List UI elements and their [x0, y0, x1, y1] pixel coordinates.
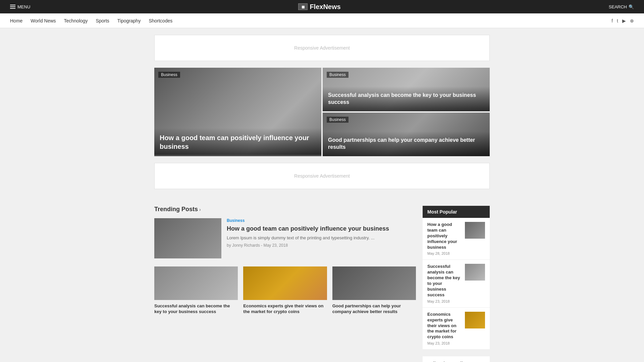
- popular-item-2-thumb: [465, 264, 485, 281]
- trending-title-text: Trending Posts: [154, 206, 198, 213]
- featured-post-excerpt: Lorem Ipsum is simply dummy text of the …: [227, 235, 416, 240]
- small-post-1[interactable]: Successful analysis can become the key t…: [154, 266, 238, 315]
- popular-item-2[interactable]: Successful analysis can become the key t…: [423, 260, 490, 307]
- hero-overlay-bottom-right: Good partnerships can help your company …: [323, 131, 490, 156]
- menu-label: MENU: [17, 4, 30, 9]
- featured-trending-post[interactable]: Business How a good team can positively …: [154, 218, 416, 258]
- search-button[interactable]: SEARCH 🔍: [609, 4, 634, 9]
- hamburger-icon: [10, 5, 15, 9]
- featured-post-date: May 23, 2018: [263, 243, 288, 248]
- bottom-grid: Trending Posts › Business How a good tea…: [148, 206, 496, 362]
- ad-banner-bottom: Responsive Advertisement: [154, 163, 490, 189]
- hero-item-large[interactable]: Business How a good team can positively …: [154, 68, 321, 156]
- facebook-icon[interactable]: f: [611, 18, 613, 23]
- popular-item-2-title: Successful analysis can become the key t…: [427, 264, 462, 298]
- hero-item-bottom-right[interactable]: Business Good partnerships can help your…: [323, 113, 490, 156]
- small-post-title-3: Good partnerships can help your company …: [332, 303, 416, 315]
- hero-category-top-right: Business: [327, 72, 348, 78]
- popular-item-3-text: Economics experts give their views on th…: [427, 312, 462, 345]
- popular-item-2-date: May 23, 2018: [427, 299, 462, 303]
- search-icon: 🔍: [629, 4, 634, 9]
- trending-title: Trending Posts ›: [154, 206, 416, 213]
- popular-item-1[interactable]: How a good team can positively influence…: [423, 218, 490, 260]
- most-popular-title: Most Popular: [423, 206, 490, 218]
- youtube-icon[interactable]: ▶: [622, 18, 626, 23]
- small-post-image-1: [154, 266, 238, 300]
- social-icons: f t ▶ ⊕: [611, 18, 634, 23]
- featured-post-author: Jonny Richards: [232, 243, 260, 248]
- logo-icon: ▦: [298, 3, 308, 10]
- main-navigation: Home World News Technology Sports Tipogr…: [0, 13, 644, 28]
- popular-item-2-text: Successful analysis can become the key t…: [427, 264, 462, 303]
- small-posts-row: Successful analysis can become the key t…: [154, 266, 416, 315]
- nav-world-news[interactable]: World News: [31, 18, 56, 23]
- follow-email-widget: Follow by Email Get all latest content d…: [423, 356, 490, 362]
- small-post-image-2: [243, 266, 327, 300]
- hero-title-top-right: Successful analysis can become the key t…: [328, 92, 484, 106]
- small-post-image-3: [332, 266, 416, 300]
- trending-chevron-icon: ›: [199, 207, 201, 212]
- most-popular-widget: Most Popular How a good team can positiv…: [423, 206, 490, 350]
- main-content: Responsive Advertisement Business How a …: [0, 35, 644, 206]
- logo-text: FlexNews: [310, 3, 340, 11]
- popular-item-3-title: Economics experts give their views on th…: [427, 312, 462, 340]
- nav-sports[interactable]: Sports: [96, 18, 109, 23]
- nav-links: Home World News Technology Sports Tipogr…: [10, 18, 172, 23]
- most-popular-sidebar: Most Popular How a good team can positiv…: [423, 206, 490, 362]
- menu-button[interactable]: MENU: [10, 4, 30, 9]
- trending-section-wrapper: Trending Posts › Business How a good tea…: [0, 206, 644, 362]
- popular-item-1-text: How a good team can positively influence…: [427, 222, 462, 255]
- featured-post-title: How a good team can positively influence…: [227, 225, 416, 233]
- small-post-3[interactable]: Good partnerships can help your company …: [332, 266, 416, 315]
- nav-tipography[interactable]: Tipography: [117, 18, 141, 23]
- popular-item-3[interactable]: Economics experts give their views on th…: [423, 308, 490, 350]
- ad-banner-top: Responsive Advertisement: [154, 35, 490, 61]
- featured-post-meta: by Jonny Richards - May 23, 2018: [227, 243, 416, 248]
- nav-home[interactable]: Home: [10, 18, 22, 23]
- hero-item-top-right[interactable]: Business Successful analysis can become …: [323, 68, 490, 111]
- hero-overlay-top-right: Successful analysis can become the key t…: [323, 86, 490, 111]
- twitter-icon[interactable]: t: [617, 18, 618, 23]
- nav-technology[interactable]: Technology: [64, 18, 88, 23]
- popular-item-3-date: May 23, 2018: [427, 341, 462, 345]
- small-post-2[interactable]: Economics experts give their views on th…: [243, 266, 327, 315]
- trending-main: Trending Posts › Business How a good tea…: [154, 206, 416, 362]
- rss-icon[interactable]: ⊕: [630, 18, 634, 23]
- hero-title-large: How a good team can positively influence…: [160, 133, 316, 151]
- ad-banner-bottom-text: Responsive Advertisement: [294, 173, 350, 179]
- popular-item-1-title: How a good team can positively influence…: [427, 222, 462, 250]
- featured-post-content: Business How a good team can positively …: [227, 218, 416, 258]
- hero-category-large: Business: [158, 72, 180, 78]
- popular-item-1-thumb: [465, 222, 485, 239]
- hero-overlay-large: How a good team can positively influence…: [154, 128, 321, 156]
- small-post-title-1: Successful analysis can become the key t…: [154, 303, 238, 315]
- popular-item-3-thumb: [465, 312, 485, 328]
- hero-grid: Business How a good team can positively …: [154, 68, 490, 156]
- nav-shortcodes[interactable]: Shortcodes: [149, 18, 172, 23]
- featured-post-category[interactable]: Business: [227, 218, 416, 223]
- hero-title-bottom-right: Good partnerships can help your company …: [328, 137, 484, 151]
- ad-banner-top-text: Responsive Advertisement: [294, 45, 350, 51]
- search-label: SEARCH: [609, 4, 627, 9]
- small-post-title-2: Economics experts give their views on th…: [243, 303, 327, 315]
- site-logo[interactable]: ▦ FlexNews: [298, 3, 340, 11]
- top-navigation: MENU ▦ FlexNews SEARCH 🔍: [0, 0, 644, 13]
- featured-post-image: [154, 218, 221, 258]
- hero-category-bottom-right: Business: [327, 117, 348, 123]
- popular-item-1-date: May 28, 2018: [427, 251, 462, 255]
